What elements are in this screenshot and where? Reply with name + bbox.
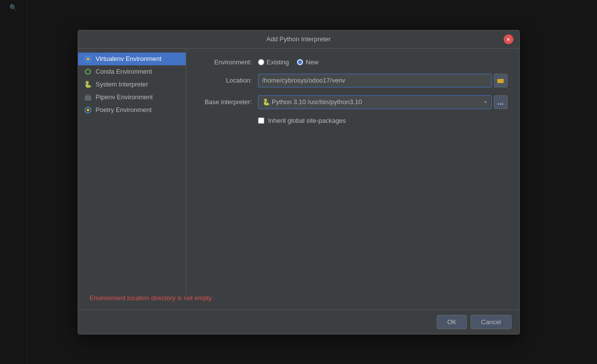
system-icon: 🐍 <box>84 81 92 88</box>
radio-existing-label: Existing <box>267 58 289 66</box>
environment-radio-group: Existing New <box>258 58 319 66</box>
location-input-wrapper <box>258 74 508 87</box>
conda-icon <box>84 68 92 76</box>
inherit-packages-checkbox[interactable] <box>258 117 264 124</box>
radio-new[interactable] <box>297 59 303 65</box>
env-label-virtualenv: Virtualenv Environment <box>96 55 162 62</box>
env-item-system[interactable]: 🐍 System Interpreter <box>78 78 186 91</box>
poetry-icon <box>84 106 92 114</box>
env-label-conda: Conda Environment <box>96 68 152 75</box>
dialog-footer: OK Cancel <box>78 309 519 334</box>
svg-rect-1 <box>85 96 91 100</box>
env-label-system: System Interpreter <box>96 81 148 88</box>
add-interpreter-dialog: Add Python Interpreter × <box>78 30 520 335</box>
dialog-titlebar: Add Python Interpreter × <box>78 30 519 49</box>
radio-existing[interactable] <box>258 59 264 65</box>
base-interpreter-label: Base interpreter: <box>198 98 252 106</box>
pipenv-icon <box>84 93 92 101</box>
modal-overlay: Add Python Interpreter × <box>0 0 597 364</box>
radio-new-label: New <box>306 58 318 66</box>
interpreter-select[interactable]: 🐍 Python 3.10 /usr/bin/python3.10 <box>258 95 492 109</box>
env-item-pipenv[interactable]: Pipenv Environment <box>78 91 186 104</box>
form-spacer <box>198 124 508 284</box>
browse-folder-button[interactable] <box>494 74 508 87</box>
interpreter-more-button[interactable]: ... <box>494 95 508 109</box>
inherit-packages-label[interactable]: Inherit global site-packages <box>268 117 346 124</box>
ide-background: 🔍 Add Python Interpreter × <box>0 0 597 364</box>
environment-row: Environment: Existing New <box>198 58 508 66</box>
dialog-body: Virtualenv Environment Conda Environment… <box>78 49 519 294</box>
location-row: Location: <box>198 74 508 87</box>
env-label-pipenv: Pipenv Environment <box>96 93 153 101</box>
form-panel: Environment: Existing New <box>186 49 519 294</box>
interpreter-dropdown-wrapper: 🐍 Python 3.10 /usr/bin/python3.10 <box>258 95 492 109</box>
ok-button[interactable]: OK <box>437 315 467 329</box>
error-message: Environment location directory is not em… <box>78 294 519 309</box>
interpreter-wrapper: 🐍 Python 3.10 /usr/bin/python3.10 ... <box>258 95 508 109</box>
close-button[interactable]: × <box>504 34 513 44</box>
radio-existing-option[interactable]: Existing <box>258 58 289 66</box>
virtualenv-icon <box>84 55 92 63</box>
env-item-virtualenv[interactable]: Virtualenv Environment <box>78 53 186 65</box>
base-interpreter-row: Base interpreter: 🐍 Python 3.10 /usr/bin… <box>198 95 508 109</box>
environment-list: Virtualenv Environment Conda Environment… <box>78 49 186 294</box>
environment-label: Environment: <box>198 58 252 66</box>
radio-new-option[interactable]: New <box>297 58 318 66</box>
location-input[interactable] <box>258 74 492 87</box>
env-item-conda[interactable]: Conda Environment <box>78 65 186 78</box>
location-label: Location: <box>198 77 252 84</box>
env-label-poetry: Poetry Environment <box>96 106 152 113</box>
dialog-title: Add Python Interpreter <box>94 35 504 43</box>
cancel-button[interactable]: Cancel <box>471 315 511 329</box>
svg-rect-3 <box>497 79 504 83</box>
inherit-packages-row: Inherit global site-packages <box>258 117 508 124</box>
folder-icon <box>497 78 504 84</box>
env-item-poetry[interactable]: Poetry Environment <box>78 104 186 116</box>
